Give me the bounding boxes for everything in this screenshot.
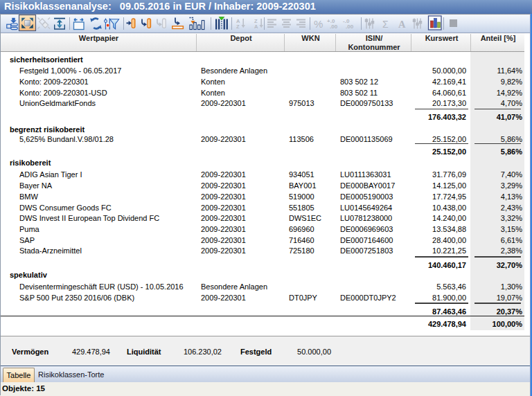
svg-text:.00: .00 [330, 24, 338, 30]
svg-text:Z: Z [236, 24, 240, 30]
svg-text:Σ: Σ [382, 19, 389, 30]
svg-text:%: % [314, 18, 323, 30]
svg-text:A: A [254, 24, 258, 30]
svg-text:.00: .00 [346, 24, 354, 30]
svg-text:A: A [398, 19, 406, 30]
